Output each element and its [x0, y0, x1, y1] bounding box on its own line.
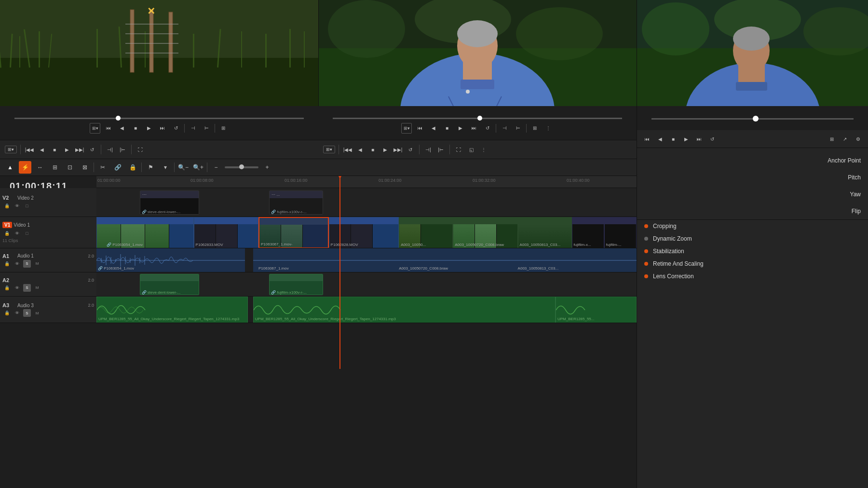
rbar-play[interactable]: ▶	[380, 144, 391, 155]
v2-eye-btn[interactable]: 👁	[13, 202, 21, 210]
rbar-skip-fwd[interactable]: ▶▶|	[393, 144, 403, 155]
a3-eye-btn[interactable]: 👁	[13, 309, 21, 317]
right-more[interactable]: ⋮	[543, 123, 554, 134]
v1-lock-btn[interactable]: 🔒	[3, 230, 11, 237]
left-prev-frame[interactable]: ◀	[117, 123, 127, 134]
a2-clip-1[interactable]: 🔗 steve-dent-lower-...	[140, 274, 199, 295]
link-btn[interactable]: 🔗	[111, 161, 124, 174]
rbar-prev-marker[interactable]: ⊣|	[423, 144, 434, 155]
lbar-loop[interactable]: ↺	[87, 144, 97, 155]
v2-lock-btn[interactable]: 🔒	[3, 202, 11, 210]
right-skip-start[interactable]: ⏮	[415, 123, 425, 134]
lbar-prev-clip[interactable]: ⊣|	[105, 144, 115, 155]
effects-skip-end[interactable]: ⏭	[694, 134, 705, 144]
rbar-prev[interactable]: ◀	[355, 144, 366, 155]
left-view-options[interactable]: ⊞▾	[90, 123, 100, 134]
left-scrubber-handle[interactable]	[116, 116, 121, 121]
a1-solo-btn[interactable]: S	[23, 260, 31, 268]
transform-tool-btn[interactable]: ⊞	[49, 161, 61, 174]
effects-skip-start[interactable]: ⏮	[642, 134, 652, 144]
v1-clip-7[interactable]: A003_10050813_C03...	[518, 217, 572, 248]
blade-tool-btn[interactable]: ↔	[34, 161, 46, 174]
left-fullscreen[interactable]: ⊞	[218, 123, 229, 134]
right-view-options[interactable]: ⊞▾	[401, 123, 412, 134]
snapping-btn[interactable]: ✂	[96, 161, 109, 174]
zoom-in-btn[interactable]: +	[261, 161, 273, 174]
select-tool-btn[interactable]: ▲	[4, 161, 16, 174]
v2-audio-btn[interactable]: □	[23, 202, 31, 210]
rbar-stop[interactable]: ■	[367, 144, 378, 155]
lbar-skip-back[interactable]: |◀◀	[24, 144, 35, 155]
a1-eye-btn[interactable]: 👁	[13, 260, 21, 268]
flag-dropdown[interactable]: ▾	[159, 161, 172, 174]
dynamic-trim-btn[interactable]: ⚡	[19, 161, 31, 174]
effects-settings[interactable]: ⚙	[853, 134, 863, 144]
v1-clip-5[interactable]: A003_10050...	[399, 217, 453, 248]
a3-clip-2[interactable]: UPM_BER1285_55_All_Okay_Underscore_Riege…	[253, 297, 556, 323]
effect-retime-row[interactable]: Retime And Scaling	[637, 258, 868, 270]
effect-stabilization-row[interactable]: Stabilization	[637, 245, 868, 258]
timeline-zoom-handle[interactable]	[239, 164, 244, 169]
v1-eye-btn[interactable]: 👁	[13, 230, 21, 237]
right-skip-end[interactable]: ⏭	[469, 123, 479, 134]
a2-eye-btn[interactable]: 👁	[13, 284, 21, 292]
effect-yaw[interactable]: Yaw	[637, 186, 868, 203]
right-next-clip[interactable]: ⊢	[513, 123, 523, 134]
rbar-skip-back[interactable]: |◀◀	[342, 144, 353, 155]
a2-clip-2[interactable]: 🔗 fujifilm-x100v-r-...	[269, 274, 323, 295]
effect-dynamic-zoom-row[interactable]: Dynamic Zoom	[637, 232, 868, 245]
a3-clip-3[interactable]: UPM_BER1285_55...	[556, 297, 637, 323]
left-prev-clip[interactable]: ⊣	[188, 123, 198, 134]
lbar-stop[interactable]: ■	[49, 144, 60, 155]
a2-mute-btn[interactable]: M	[33, 284, 41, 292]
v2-clip-1[interactable]: ⋯ 🔗 steve-dent-lower-...	[140, 190, 199, 215]
rbar-loop[interactable]: ↺	[405, 144, 416, 155]
v1-clip-6[interactable]: A003_10050720_C008.braw	[453, 217, 517, 248]
left-loop[interactable]: ↺	[171, 123, 181, 134]
right-scrubber-handle[interactable]	[477, 116, 482, 121]
v1-audio-btn[interactable]: □	[23, 230, 31, 237]
effect-pitch[interactable]: Pitch	[637, 169, 868, 186]
a3-mute-btn[interactable]: M	[33, 309, 41, 317]
lock-tracks-btn[interactable]: 🔒	[126, 161, 139, 174]
a3-clip-1[interactable]: UPM_BER1285_55_All_Okay_Underscore_Riege…	[96, 297, 248, 323]
v1-clip-2[interactable]: P1062833.MOV	[194, 217, 258, 248]
effects-stop[interactable]: ■	[668, 134, 678, 144]
rbar-next-marker[interactable]: |⊢	[435, 144, 446, 155]
effects-prev-frame[interactable]: ◀	[655, 134, 665, 144]
effects-loop[interactable]: ↺	[707, 134, 718, 144]
rbar-more[interactable]: ⋮	[478, 144, 489, 155]
left-skip-end[interactable]: ⏭	[157, 123, 168, 134]
right-loop[interactable]: ↺	[482, 123, 493, 134]
left-next-clip[interactable]: ⊢	[201, 123, 212, 134]
left-play[interactable]: ▶	[144, 123, 154, 134]
a2-solo-btn[interactable]: S	[23, 284, 31, 292]
right-fullscreen[interactable]: ⊞	[529, 123, 540, 134]
zoom-minus-btn[interactable]: 🔍−	[177, 161, 190, 174]
rbar-fullscreen[interactable]: ⛶	[453, 144, 464, 155]
lbar-play[interactable]: ▶	[62, 144, 72, 155]
lbar-prev[interactable]: ◀	[37, 144, 47, 155]
effect-cropping-row[interactable]: Cropping	[637, 220, 868, 232]
right-prev-clip[interactable]: ⊣	[499, 123, 510, 134]
crop-tool-btn[interactable]: ⊡	[64, 161, 76, 174]
right-play[interactable]: ▶	[455, 123, 466, 134]
v2-clip-2[interactable]: ⋯ ... 🔗 fujifilm-x100v-r-...	[269, 190, 323, 215]
lbar-next-clip[interactable]: |⊢	[117, 144, 128, 155]
zoom-out-btn[interactable]: −	[210, 161, 222, 174]
effects-pip[interactable]: ↗	[840, 134, 850, 144]
a2-lock-btn[interactable]: 🔒	[3, 284, 11, 292]
flag-btn[interactable]: ⚑	[144, 161, 157, 174]
effect-lens-row[interactable]: Lens Correction	[637, 270, 868, 283]
lbar-fullscreen[interactable]: ⛶	[135, 144, 146, 155]
effect-flip[interactable]: Flip	[637, 203, 868, 219]
v1-clip-1[interactable]: 🔗 P1063054_1.mov	[96, 217, 194, 248]
speed-tool-btn[interactable]: ⊠	[79, 161, 91, 174]
right-view-mode[interactable]: ⊞▾	[323, 146, 335, 153]
v1-clip-9[interactable]: fujifilm-...	[604, 217, 637, 248]
v1-clip-8[interactable]: fujifilm-x...	[572, 217, 604, 248]
left-skip-start[interactable]: ⏮	[103, 123, 114, 134]
v1-clip-3-selected[interactable]: P1063067_1.mov-	[258, 217, 329, 248]
effects-fullscreen[interactable]: ⊞	[827, 134, 837, 144]
left-view-mode[interactable]: ⊞▾	[5, 146, 17, 153]
